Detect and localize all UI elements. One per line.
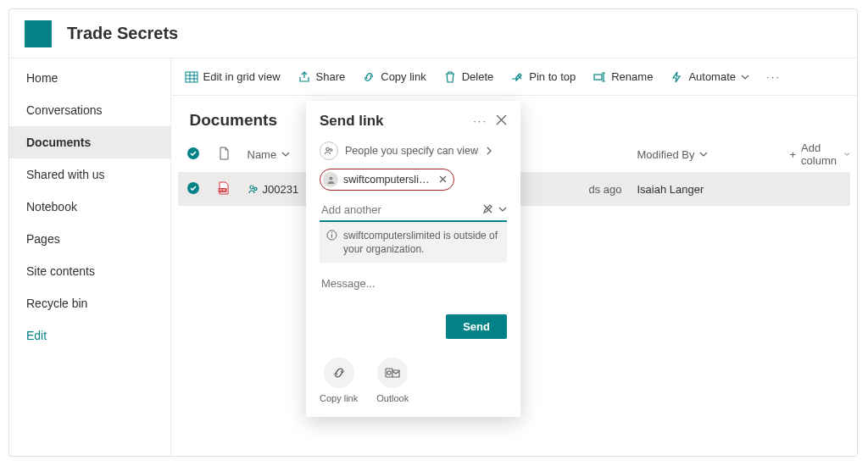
nav-home[interactable]: Home [9,62,170,94]
command-bar: Edit in grid view Share Copy link Delete… [171,58,858,96]
grid-icon [185,70,198,84]
svg-point-19 [387,371,391,374]
chevron-down-icon [741,73,749,81]
svg-rect-18 [386,369,392,377]
nav-recycle-bin[interactable]: Recycle bin [9,287,170,319]
rename-icon [593,70,606,84]
dialog-title: Send link [320,113,384,130]
col-modified-by-label: Modified By [637,148,695,161]
cmd-automate[interactable]: Automate [670,70,749,84]
share-icon [298,70,311,84]
svg-point-12 [326,147,330,151]
nav-notebook[interactable]: Notebook [9,191,170,223]
cmd-pin-label: Pin to top [529,70,576,83]
dialog-copy-link[interactable]: Copy link [320,358,358,403]
svg-rect-0 [186,72,198,82]
row-selected-icon[interactable] [186,181,200,195]
outlook-icon [385,365,400,380]
cmd-edit-grid-label: Edit in grid view [203,70,281,83]
chevron-down-icon [498,205,507,214]
nav-shared-with-us[interactable]: Shared with us [9,158,170,191]
nav-conversations[interactable]: Conversations [9,94,170,126]
link-icon [331,365,347,380]
link-scope-button[interactable]: People you specify can view [320,141,507,160]
dialog-outlook-label: Outlook [376,393,409,403]
site-logo[interactable] [25,20,52,47]
file-type-icon [217,147,231,160]
cmd-edit-grid[interactable]: Edit in grid view [185,70,281,84]
add-recipient-input[interactable] [320,202,482,217]
cmd-delete[interactable]: Delete [443,70,494,84]
cmd-pin[interactable]: Pin to top [510,70,576,84]
cmd-automate-label: Automate [688,70,736,83]
cmd-more[interactable]: ··· [766,70,781,83]
site-title: Trade Secrets [67,24,178,43]
cmd-rename-label: Rename [611,70,653,83]
row-name: J00231 [263,183,299,196]
cmd-copy-link[interactable]: Copy link [362,70,426,84]
select-all-icon[interactable] [186,147,200,160]
recipient-chip-remove[interactable] [437,174,448,186]
chevron-right-icon [485,147,493,155]
trash-icon [443,70,457,84]
external-warning-text: swiftcomputerslimited is outside of your… [343,230,498,255]
left-nav: Home Conversations Documents Shared with… [9,58,171,456]
cmd-copy-link-label: Copy link [381,70,426,83]
pin-icon [510,70,524,84]
svg-text:PDF: PDF [219,188,226,192]
svg-point-17 [331,232,332,233]
cmd-share[interactable]: Share [298,70,346,84]
pdf-icon: PDF [217,181,231,195]
col-name-label: Name [248,148,277,161]
permissions-chevron[interactable] [498,203,507,217]
flow-icon [670,70,683,84]
link-icon [362,70,376,84]
dialog-copy-link-label: Copy link [320,393,358,403]
dialog-more[interactable]: ··· [473,114,487,128]
link-scope-text: People you specify can view [345,145,478,157]
svg-point-10 [250,186,253,189]
people-icon [320,141,338,160]
nav-site-contents[interactable]: Site contents [9,255,170,287]
nav-documents[interactable]: Documents [9,126,170,158]
cmd-rename[interactable]: Rename [593,70,653,84]
chevron-down-icon [281,150,290,158]
close-icon [496,114,507,125]
col-add-column[interactable]: + Add column [790,141,851,167]
info-icon [326,230,337,241]
edit-permissions-icon[interactable] [482,203,493,217]
dialog-close[interactable] [496,114,507,128]
col-modified-by[interactable]: Modified By [637,148,790,161]
nav-pages[interactable]: Pages [9,223,170,255]
send-link-dialog: Send link ··· People you specify can vie… [306,101,520,417]
message-input[interactable] [320,276,507,291]
shared-icon [248,183,259,195]
close-icon [439,175,447,183]
external-warning: swiftcomputerslimited is outside of your… [320,222,507,263]
chevron-down-icon [844,150,850,158]
recipient-chip[interactable]: swiftcomputerslimi… [320,169,454,191]
svg-rect-5 [594,75,602,80]
row-modified-by: Isaiah Langer [637,183,790,196]
svg-point-11 [253,187,256,190]
svg-point-13 [330,149,332,152]
cmd-delete-label: Delete [462,70,494,83]
cmd-share-label: Share [316,70,346,83]
row-modified: ds ago [502,183,637,196]
dialog-outlook[interactable]: Outlook [376,358,409,403]
svg-point-14 [329,176,332,180]
nav-edit[interactable]: Edit [9,319,170,352]
col-add-column-label: Add column [801,141,839,167]
send-button[interactable]: Send [446,314,507,339]
chevron-down-icon [699,150,708,158]
recipient-chip-label: swiftcomputerslimi… [343,174,432,186]
avatar-icon [323,172,338,187]
